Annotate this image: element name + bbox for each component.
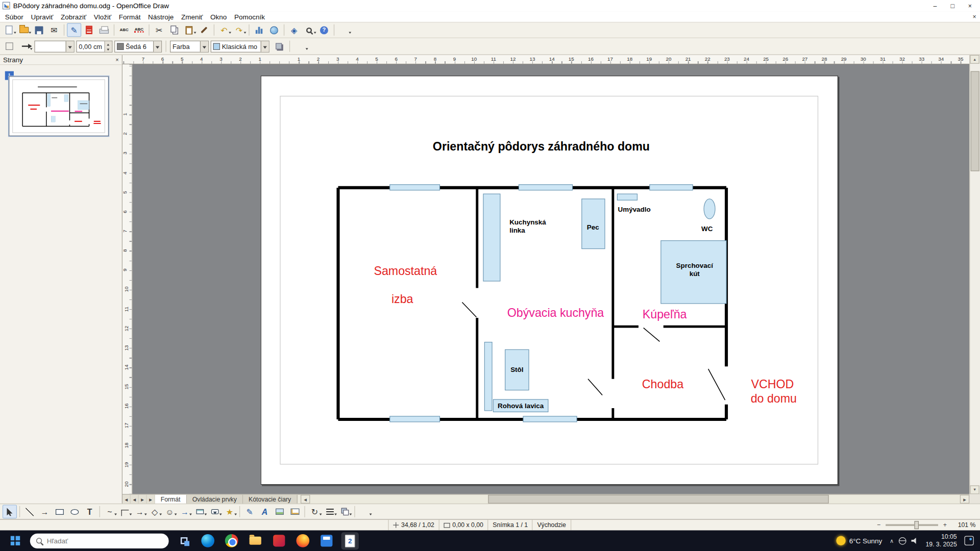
close-document-button[interactable]: × [972,13,976,20]
gallery-button[interactable] [287,505,302,518]
new-document-button[interactable] [2,23,16,37]
insert-image-button[interactable] [273,505,287,518]
arrow-line-tool-button[interactable]: → [37,505,52,518]
office-app-taskbar-icon[interactable] [317,532,335,549]
menu-subor[interactable]: Súbor [1,12,27,21]
horizontal-scroll-thumb[interactable] [488,495,828,504]
zoom-slider[interactable] [886,524,938,526]
chrome-taskbar-icon[interactable] [223,532,240,549]
edit-points-button[interactable]: ✎ [242,505,257,518]
paste-button[interactable] [182,23,196,37]
edge-taskbar-icon[interactable] [199,532,216,549]
text-tool-button[interactable]: T [83,505,97,518]
sink-label[interactable]: Umývadlo [618,206,651,214]
page-style[interactable]: Východzie [533,519,571,531]
room-label-kupelna[interactable]: Kúpeľňa [643,308,687,321]
wc-shape[interactable] [704,199,715,219]
corner-bench-shape[interactable] [484,342,492,411]
tab-nav-last[interactable]: ▶ [147,495,155,504]
edit-file-button[interactable]: ✎ [67,23,81,37]
block-arrows-button[interactable]: → [178,505,192,518]
callout-shapes-button[interactable] [208,505,222,518]
shadow-button[interactable] [271,39,285,53]
menu-upravit[interactable]: Upraviť [27,12,57,21]
hidden-icons-chevron[interactable]: ∧ [890,538,894,544]
plan-title[interactable]: Orientačný pôdorys záhradného domu [433,140,650,153]
menu-nastroje[interactable]: Nástroje [144,12,178,21]
copy-button[interactable] [167,23,181,37]
clock[interactable]: 10:05 19. 3. 2025 [925,533,957,548]
open-button[interactable] [17,23,31,37]
lines-arrows-button[interactable]: → [133,505,147,518]
redo-button[interactable]: ↷ [232,23,246,37]
print-button[interactable] [97,23,111,37]
entrance-label-line1[interactable]: VCHOD [751,378,794,391]
arrange-button[interactable] [337,505,352,518]
menu-pomocnik[interactable]: Pomocník [231,12,269,21]
shower-label-line2[interactable]: kút [690,270,700,278]
rectangle-tool-button[interactable] [53,505,67,518]
start-button[interactable] [6,532,23,549]
toolbar-overflow-button[interactable] [337,23,351,37]
toolbar-overflow-button[interactable] [357,505,372,518]
email-button[interactable]: ✉ [47,23,61,37]
line-style-select[interactable] [34,40,74,52]
area-fill-select[interactable]: Klasická mo [211,40,270,52]
tab-nav-prev[interactable]: ◀ [131,495,139,504]
network-icon[interactable] [899,537,906,544]
search-input[interactable] [47,537,141,544]
room-label-izba[interactable]: izba [391,292,413,306]
zoom-percentage[interactable]: 101 % [951,519,980,531]
zoom-out-button[interactable]: − [875,521,883,528]
openoffice-draw-taskbar-icon[interactable]: 2 [341,532,359,549]
kitchen-unit-shape[interactable] [483,194,500,281]
tab-nav-first[interactable]: ◀ [122,495,131,504]
dropdown-arrow-icon[interactable] [153,41,161,52]
symbol-shapes-button[interactable]: ☺ [162,505,177,518]
vertical-scrollbar[interactable]: ▲ ▼ [969,55,980,494]
fontwork-button[interactable]: A [257,505,272,518]
save-button[interactable] [32,23,46,37]
ruler-vertical[interactable]: 1234567891011121314151617181920 [122,64,133,494]
volume-icon[interactable] [911,538,918,544]
kitchen-unit-label-line2[interactable]: linka [509,227,525,234]
hyperlink-button[interactable] [267,23,281,37]
file-explorer-taskbar-icon[interactable] [246,532,263,549]
autospellcheck-button[interactable]: ABC [132,23,146,37]
pages-panel-close-button[interactable]: × [115,57,118,63]
undo-button[interactable]: ↶ [217,23,231,37]
curve-tool-button[interactable]: ~ [103,505,117,518]
scroll-right-button[interactable]: ▶ [960,495,969,504]
maximize-button[interactable]: □ [944,0,961,11]
alignment-button[interactable] [323,505,337,518]
toolbar-overflow-button[interactable] [294,39,308,53]
sink-shape[interactable] [617,194,637,200]
ruler-horizontal[interactable]: 7654321123456789101112131415161718192021… [122,55,969,64]
flowchart-shapes-button[interactable] [192,505,207,518]
page-1-thumbnail[interactable] [9,76,109,136]
dropdown-arrow-icon[interactable] [66,41,74,52]
dropdown-arrow-icon[interactable] [261,41,269,52]
star-shapes-button[interactable]: ★ [223,505,237,518]
basic-shapes-button[interactable]: ◇ [148,505,162,518]
help-button[interactable]: ? [317,23,331,37]
navigator-button[interactable]: ◈ [287,23,301,37]
select-tool-button[interactable] [3,505,17,518]
layer-tab-kotovacie-ciary[interactable]: Kótovacie čiary [243,495,297,504]
kitchen-unit-label-line1[interactable]: Kuchynská [509,218,546,226]
corner-bench-label[interactable]: Rohová lavica [498,402,544,410]
minimize-button[interactable]: – [926,0,944,11]
arrow-style-button[interactable] [18,39,33,53]
line-tool-button[interactable] [22,505,37,518]
layer-tab-format[interactable]: Formát [155,495,187,504]
ellipse-tool-button[interactable] [67,505,82,518]
notification-icon[interactable] [964,536,973,545]
room-label-chodba[interactable]: Chodba [642,378,683,391]
horizontal-scrollbar[interactable]: ◀ ▶ [301,495,969,504]
room-label-samostatna[interactable]: Samostatná [374,264,437,278]
dropdown-arrow-icon[interactable] [200,41,208,52]
wc-label[interactable]: WC [701,225,713,233]
entrance-label-line2[interactable]: do domu [751,392,797,405]
line-width-input[interactable]: 0,00 cm [76,40,112,52]
menu-vlozit[interactable]: Vložiť [90,12,115,21]
